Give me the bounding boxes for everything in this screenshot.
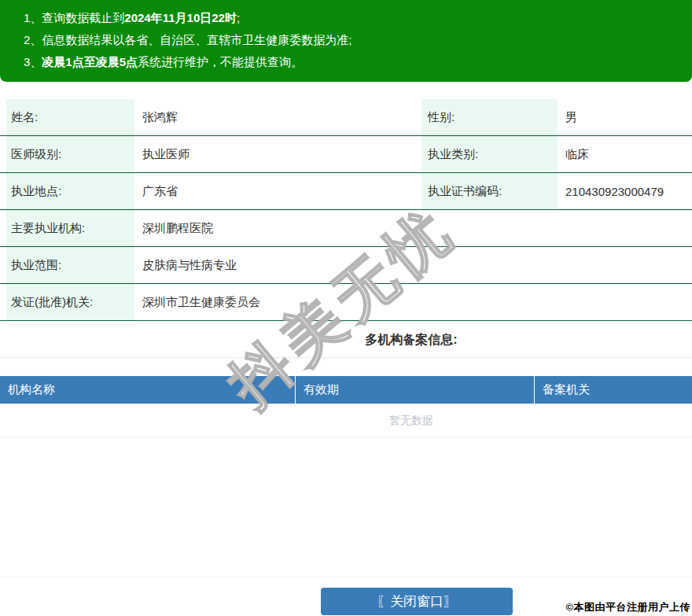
column-header-filing-authority: 备案机关 <box>534 376 692 404</box>
info-value-issuing-authority: 深圳市卫生健康委员会 <box>134 284 692 320</box>
info-value-doctor-level: 执业医师 <box>134 136 414 172</box>
notice-text: 查询数据截止到 <box>42 11 124 24</box>
copyright-note: ©本图由平台注册用户上传 <box>565 600 690 614</box>
multi-org-section-title: 多机构备案信息: <box>0 328 692 352</box>
info-label-issuing-authority: 发证(批准)机关: <box>6 284 134 320</box>
column-header-institution-name: 机构名称 <box>0 376 295 404</box>
notice-line-2: 2、信息数据结果以各省、自治区、直辖市卫生健康委数据为准; <box>24 29 684 51</box>
info-value-certificate-number: 210430923000479 <box>558 173 692 209</box>
info-label-practice-category: 执业类别: <box>421 136 558 172</box>
notice-banner: 1、查询数据截止到2024年11月10日22时; 2、信息数据结果以各省、自治区… <box>0 0 692 82</box>
info-value-name: 张鸿辉 <box>134 99 414 135</box>
info-label-doctor-level: 医师级别: <box>6 136 134 172</box>
empty-data-message: 暂无数据 <box>0 404 692 437</box>
section-divider <box>0 357 692 358</box>
info-value-practice-location: 广东省 <box>134 173 414 209</box>
info-label-name: 姓名: <box>6 99 134 135</box>
notice-number: 3、 <box>24 55 42 68</box>
close-window-button[interactable]: 〖关闭窗口〗 <box>321 588 513 615</box>
info-label-main-institution: 主要执业机构: <box>6 210 134 246</box>
notice-text: 信息数据结果以各省、自治区、直辖市卫生健康委数据为准; <box>42 33 352 46</box>
notice-text: ; <box>237 11 240 24</box>
table-row: 医师级别: 执业医师 执业类别: 临床 <box>0 136 692 173</box>
info-label-certificate-number: 执业证书编码: <box>421 173 558 209</box>
filing-table-header: 机构名称 有效期 备案机关 <box>0 376 692 404</box>
info-label-practice-scope: 执业范围: <box>6 247 134 283</box>
practitioner-info-table: 姓名: 张鸿辉 性别: 男 医师级别: 执业医师 执业类别: 临床 执业地点: … <box>0 99 692 321</box>
table-row: 主要执业机构: 深圳鹏程医院 <box>0 210 692 247</box>
table-row: 发证(批准)机关: 深圳市卫生健康委员会 <box>0 284 692 321</box>
notice-text-bold: 凌晨1点至凌晨5点 <box>42 55 138 68</box>
info-value-practice-scope: 皮肤病与性病专业 <box>134 247 692 283</box>
table-row: 执业范围: 皮肤病与性病专业 <box>0 247 692 284</box>
notice-number: 1、 <box>24 11 42 24</box>
footer-divider <box>0 577 692 577</box>
notice-line-1: 1、查询数据截止到2024年11月10日22时; <box>24 7 684 29</box>
table-row: 执业地点: 广东省 执业证书编码: 210430923000479 <box>0 173 692 210</box>
filing-table: 机构名称 有效期 备案机关 暂无数据 <box>0 376 692 437</box>
table-row: 姓名: 张鸿辉 性别: 男 <box>0 99 692 136</box>
info-label-gender: 性别: <box>421 99 558 135</box>
notice-text: 系统进行维护，不能提供查询。 <box>138 55 303 68</box>
notice-number: 2、 <box>24 33 42 46</box>
info-label-practice-location: 执业地点: <box>6 173 134 209</box>
info-value-practice-category: 临床 <box>558 136 692 172</box>
info-value-gender: 男 <box>558 99 692 135</box>
notice-text-bold: 2024年11月10日22时 <box>124 11 237 24</box>
notice-line-3: 3、凌晨1点至凌晨5点系统进行维护，不能提供查询。 <box>24 51 684 73</box>
info-value-main-institution: 深圳鹏程医院 <box>134 210 692 246</box>
column-header-validity-period: 有效期 <box>295 376 534 404</box>
